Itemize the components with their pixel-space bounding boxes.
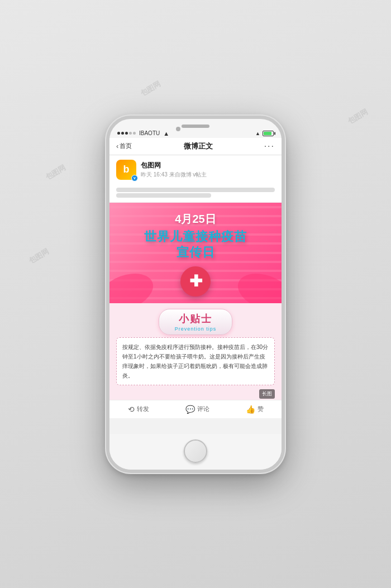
cross-circle: ✚: [180, 266, 211, 297]
phone-shell: IBAOTU ▲ ▲ ‹ 首页 微博正文 ··· b v 包图网 昨天: [106, 116, 285, 473]
post-header: b v 包图网 昨天 16:43 来自微博 v帖主: [109, 155, 282, 184]
repost-label: 转发: [137, 405, 149, 413]
location-icon: ▲: [255, 131, 260, 136]
tips-content: 按规定、依据免疫程序进行预防接种。接种疫苗后，在30分钟至1小时之内不要给孩子喂…: [116, 337, 275, 385]
status-right: ▲: [255, 131, 274, 136]
comment-button[interactable]: 💬 评论: [185, 405, 209, 414]
nav-bar: ‹ 首页 微博正文 ···: [109, 138, 282, 155]
signal-dots: [117, 132, 136, 135]
comment-label: 评论: [197, 405, 209, 413]
repost-button[interactable]: ⟲ 转发: [128, 405, 149, 414]
like-icon: 👍: [246, 405, 255, 414]
nav-back-button[interactable]: ‹ 首页: [116, 142, 132, 150]
wifi-icon: ▲: [163, 130, 169, 137]
battery-fill: [264, 132, 271, 135]
home-button[interactable]: [184, 439, 207, 463]
content-area: b v 包图网 昨天 16:43 来自微博 v帖主: [109, 155, 282, 434]
tips-title-wrapper: 小贴士 Prevention tips: [116, 309, 275, 335]
tips-title-bg: 小贴士 Prevention tips: [159, 309, 233, 335]
long-image-badge: 长图: [259, 389, 275, 399]
nav-more-button[interactable]: ···: [264, 141, 275, 151]
avatar-letter: b: [123, 164, 130, 175]
like-button[interactable]: 👍 赞: [246, 405, 264, 414]
watermark-2: 包图网: [346, 107, 370, 126]
back-arrow-icon: ‹: [116, 142, 118, 150]
repost-icon: ⟲: [128, 405, 135, 414]
comment-icon: 💬: [185, 405, 195, 414]
post-meta: 包图网 昨天 16:43 来自微博 v帖主: [141, 161, 275, 179]
avatar: b v: [116, 160, 136, 180]
carrier-label: IBAOTU: [139, 130, 160, 136]
status-left: IBAOTU ▲: [117, 130, 169, 137]
banner-title: 世界儿童接种疫苗 宣传日: [117, 229, 274, 261]
status-bar: IBAOTU ▲ ▲: [109, 128, 282, 138]
post-text: [109, 184, 282, 203]
banner-title-line2: 宣传日: [177, 245, 215, 259]
banner-area: 4月25日 世界儿童接种疫苗 宣传日 ✚: [109, 203, 282, 303]
tips-section: 小贴士 Prevention tips 按规定、依据免疫程序进行预防接种。接种疫…: [109, 303, 282, 389]
verified-badge: v: [131, 175, 138, 181]
tips-text: 按规定、依据免疫程序进行预防接种。接种疫苗后，在30分钟至1小时之内不要给孩子喂…: [122, 344, 268, 379]
phone-camera: [176, 127, 180, 131]
blurred-line-1: [116, 188, 275, 192]
nav-back-label: 首页: [120, 142, 132, 150]
phone-top-bar: [109, 119, 282, 128]
cross-icon: ✚: [189, 274, 202, 289]
watermark-3: 包图网: [27, 246, 51, 266]
blurred-line-2: [116, 193, 211, 198]
action-bar: ⟲ 转发 💬 评论 👍 赞: [109, 400, 282, 418]
nav-title: 微博正文: [184, 141, 213, 151]
tips-title-zh: 小贴士: [175, 312, 217, 326]
cross-circle-wrapper: ✚: [117, 266, 274, 297]
tips-title-en: Prevention tips: [175, 326, 217, 332]
post-time: 昨天 16:43 来自微博 v帖主: [141, 171, 275, 179]
watermark-4: 包图网: [139, 79, 163, 98]
banner-title-line1: 世界儿童接种疫苗: [144, 230, 247, 243]
post-username: 包图网: [141, 161, 275, 170]
image-card: 4月25日 世界儿童接种疫苗 宣传日 ✚ 小贴士: [109, 203, 282, 400]
watermark-1: 包图网: [44, 162, 68, 182]
like-label: 赞: [258, 405, 264, 413]
banner-date: 4月25日: [117, 212, 274, 227]
phone-bottom: [109, 434, 282, 470]
battery-indicator: [263, 131, 274, 136]
